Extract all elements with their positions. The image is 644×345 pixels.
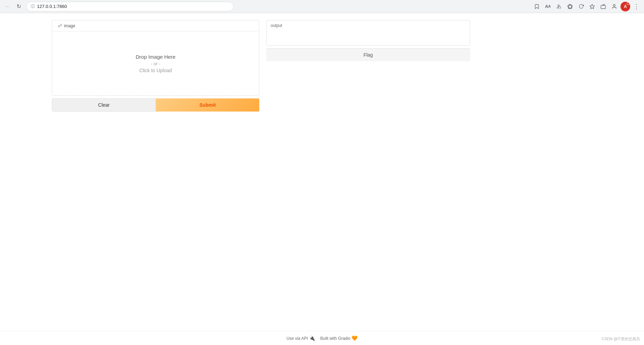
- svg-rect-3: [601, 5, 605, 8]
- image-drop-area[interactable]: Drop Image Here - or - Click to Upload: [52, 31, 259, 95]
- translate-icon-btn[interactable]: あ: [554, 2, 564, 11]
- back-button[interactable]: ←: [3, 2, 12, 11]
- svg-marker-2: [590, 4, 594, 9]
- refresh-icon-btn[interactable]: [576, 2, 586, 11]
- image-tab: ☍ image: [56, 22, 77, 29]
- clear-button[interactable]: Clear: [52, 98, 156, 112]
- api-link[interactable]: Use via API 🔌: [287, 335, 315, 341]
- api-icon: 🔌: [309, 335, 315, 341]
- output-textarea[interactable]: [267, 29, 470, 45]
- address-text: 127.0.0.1:7860: [37, 4, 67, 9]
- footer: Use via API 🔌 · Built with Gradio 🧡: [0, 331, 644, 345]
- submit-button[interactable]: Submit: [156, 98, 259, 112]
- toolbar-right: AA あ A ⋮: [532, 2, 641, 11]
- image-panel: ☍ image Drop Image Here - or - Click to …: [52, 20, 259, 112]
- output-label: output: [267, 20, 470, 29]
- favorites-icon-btn[interactable]: [587, 2, 597, 11]
- svg-point-4: [613, 4, 615, 6]
- bookmark-icon-btn[interactable]: [532, 2, 542, 11]
- drop-text-click: Click to Upload: [139, 68, 172, 73]
- browser-chrome: ← ↻ ⓘ 127.0.0.1:7860 AA あ A: [0, 0, 644, 13]
- account-icon-btn[interactable]: [609, 2, 619, 11]
- image-upload-container: ☍ image Drop Image Here - or - Click to …: [52, 20, 259, 96]
- star-ring-icon-btn[interactable]: [565, 2, 575, 11]
- address-bar[interactable]: ⓘ 127.0.0.1:7860: [26, 2, 234, 11]
- main-content: ☍ image Drop Image Here - or - Click to …: [0, 13, 644, 331]
- footer-separator: ·: [317, 336, 318, 341]
- flag-button[interactable]: Flag: [266, 48, 470, 61]
- nav-buttons: ← ↻: [3, 2, 24, 11]
- lock-icon: ⓘ: [31, 3, 35, 9]
- reload-button[interactable]: ↻: [14, 2, 24, 11]
- built-icon: 🧡: [352, 335, 357, 341]
- image-tab-bar: ☍ image: [52, 20, 259, 31]
- notification-dot: [627, 2, 629, 5]
- profile-button[interactable]: A: [620, 2, 630, 11]
- image-tab-label: image: [64, 23, 75, 28]
- gradio-link[interactable]: Built with Gradio 🧡: [320, 335, 358, 341]
- built-text: Built with Gradio: [320, 336, 351, 341]
- extensions-icon-btn[interactable]: [598, 2, 608, 11]
- drop-text-or: - or -: [151, 61, 160, 66]
- more-options-btn[interactable]: ⋮: [632, 2, 641, 11]
- api-text: Use via API: [287, 336, 308, 341]
- image-button-row: Clear Submit: [52, 98, 259, 112]
- image-tab-icon: ☍: [58, 23, 62, 28]
- output-container: output: [266, 20, 470, 46]
- text-size-icon-btn[interactable]: AA: [543, 2, 553, 11]
- watermark: CSDN @IT里的交易员: [602, 336, 640, 342]
- output-panel: output Flag: [266, 20, 470, 61]
- drop-text-main: Drop Image Here: [136, 54, 175, 60]
